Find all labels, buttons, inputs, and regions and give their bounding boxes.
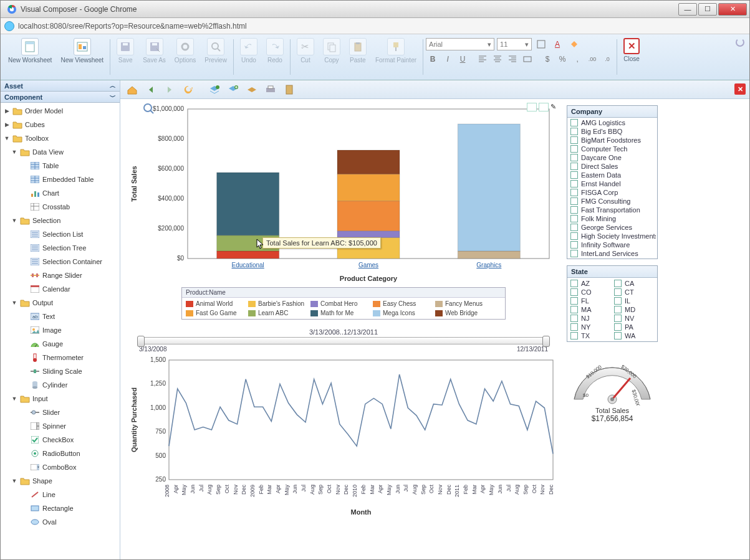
align-right-button[interactable]	[506, 53, 519, 65]
tree-node[interactable]: Sliding Scale	[1, 364, 120, 378]
align-center-button[interactable]	[491, 53, 504, 65]
tree-node[interactable]: ▶Cubes	[1, 118, 120, 131]
forward-button[interactable]	[161, 82, 178, 97]
checkbox-icon[interactable]	[570, 154, 578, 161]
font-color-button[interactable]: A	[550, 38, 564, 50]
legend-item[interactable]: Combat Hero	[309, 299, 372, 308]
state-item[interactable]: CA	[612, 279, 656, 288]
fill-color-button[interactable]	[567, 38, 580, 50]
company-item[interactable]: AMG Logistics	[569, 118, 656, 127]
decrease-decimal-button[interactable]: .0	[600, 53, 614, 65]
chart-grid-button[interactable]	[527, 103, 537, 112]
address-url[interactable]: localhost:8080/sree/Reports?op=Resource&…	[18, 22, 746, 31]
legend-item[interactable]: Animal World	[185, 299, 247, 308]
company-item[interactable]: Fast Transportation	[569, 206, 656, 214]
tree-node[interactable]: CheckBox	[1, 433, 120, 447]
slider-track[interactable]	[139, 337, 548, 344]
legend-item[interactable]: Mega Icons	[372, 308, 434, 318]
currency-format-button[interactable]: $	[541, 53, 554, 65]
tree-node[interactable]: Oval	[1, 515, 120, 529]
font-size-combo[interactable]: 11▾	[497, 38, 532, 50]
tree-node[interactable]: ▼Shape	[1, 474, 120, 488]
tree-node[interactable]: RadioButton	[1, 447, 120, 460]
state-item[interactable]: NV	[612, 314, 656, 323]
home-button[interactable]	[124, 82, 140, 97]
tree-node[interactable]: Selection Container	[1, 255, 120, 268]
checkbox-icon[interactable]	[614, 297, 622, 305]
back-button[interactable]	[143, 82, 159, 97]
checkbox-icon[interactable]	[570, 128, 578, 135]
date-range-slider[interactable]: 3/13/2008..12/13/2011 3/13/2008 12/13/20…	[139, 328, 548, 353]
format-painter-button[interactable]: Format Painter	[372, 37, 420, 65]
checkbox-icon[interactable]	[614, 280, 622, 287]
tree-node[interactable]: Selection List	[1, 227, 120, 241]
company-item[interactable]: Infinity Software	[569, 240, 656, 249]
tree-node[interactable]: Slider	[1, 406, 120, 419]
state-item[interactable]: TX	[569, 331, 612, 340]
state-item[interactable]: CT	[612, 288, 656, 297]
tree-node[interactable]: Cylinder	[1, 378, 120, 392]
legend-item[interactable]: Web Bridge	[434, 308, 496, 318]
checkbox-icon[interactable]	[570, 232, 578, 240]
state-item[interactable]: NY	[569, 323, 612, 331]
tree-node[interactable]: Thermometer	[1, 351, 120, 364]
component-header[interactable]: Component﹀	[1, 92, 120, 103]
tree-node[interactable]: Table	[1, 159, 120, 173]
checkbox-icon[interactable]	[570, 136, 578, 144]
checkbox-icon[interactable]	[570, 250, 578, 257]
checkbox-icon[interactable]	[570, 297, 578, 305]
checkbox-icon[interactable]	[570, 180, 578, 187]
checkbox-icon[interactable]	[570, 315, 578, 322]
state-item[interactable]: WA	[612, 331, 656, 340]
company-item[interactable]: Direct Sales	[569, 162, 656, 171]
checkbox-icon[interactable]	[570, 280, 578, 287]
company-item[interactable]: Big Ed's BBQ	[569, 127, 656, 136]
state-item[interactable]: IL	[612, 297, 656, 305]
company-item[interactable]: FMG Consulting	[569, 197, 656, 206]
tool-layers-button[interactable]	[206, 82, 223, 97]
underline-button[interactable]: U	[456, 53, 469, 65]
italic-button[interactable]: I	[441, 53, 454, 65]
checkbox-icon[interactable]	[570, 241, 578, 249]
checkbox-icon[interactable]	[614, 288, 622, 296]
checkbox-icon[interactable]	[570, 206, 578, 214]
checkbox-icon[interactable]	[614, 323, 622, 331]
tree-node[interactable]: ▼Selection	[1, 214, 120, 227]
state-item[interactable]: AZ	[569, 279, 612, 288]
paste-button[interactable]: Paste	[345, 37, 370, 65]
state-item[interactable]: FL	[569, 297, 612, 305]
legend-item[interactable]: Fancy Menus	[434, 299, 496, 308]
checkbox-icon[interactable]	[570, 306, 578, 313]
company-item[interactable]: Ernst Handel	[569, 179, 656, 188]
tool-clipboard-button[interactable]	[281, 82, 297, 97]
asset-header[interactable]: Asset︿	[1, 80, 120, 92]
cut-button[interactable]: ✂Cut	[293, 37, 318, 65]
state-item[interactable]: MD	[612, 305, 656, 314]
slider-handle-start[interactable]	[137, 336, 145, 347]
increase-decimal-button[interactable]: .00	[585, 53, 599, 65]
tree-node[interactable]: ComboBox	[1, 460, 120, 474]
ribbon-close-button[interactable]: ✕ Close	[620, 37, 643, 64]
checkbox-icon[interactable]	[614, 315, 622, 322]
tree-node[interactable]: Gauge	[1, 337, 120, 351]
tree-node[interactable]: ▼Input	[1, 392, 120, 406]
options-button[interactable]: Options	[171, 37, 200, 65]
chart-edit-button[interactable]: ✎	[550, 103, 560, 112]
company-item[interactable]: InterLand Services	[569, 249, 656, 258]
tree-node[interactable]: Image	[1, 323, 120, 337]
canvas-close-button[interactable]: ✕	[734, 83, 746, 95]
tree-node[interactable]: Chart	[1, 186, 120, 200]
percent-format-button[interactable]: %	[555, 53, 569, 65]
tree-node[interactable]: Range Slider	[1, 268, 120, 282]
checkbox-icon[interactable]	[570, 224, 578, 231]
tool-print-button[interactable]	[262, 82, 279, 97]
tree-node[interactable]: Rectangle	[1, 501, 120, 515]
checkbox-icon[interactable]	[570, 163, 578, 170]
legend-item[interactable]: Fast Go Game	[185, 308, 247, 318]
checkbox-icon[interactable]	[570, 171, 578, 179]
tool-layer-add-button[interactable]	[225, 82, 241, 97]
align-left-button[interactable]	[476, 53, 489, 65]
checkbox-icon[interactable]	[570, 332, 578, 339]
slider-handle-end[interactable]	[542, 336, 550, 347]
chart-table-button[interactable]	[539, 103, 549, 112]
